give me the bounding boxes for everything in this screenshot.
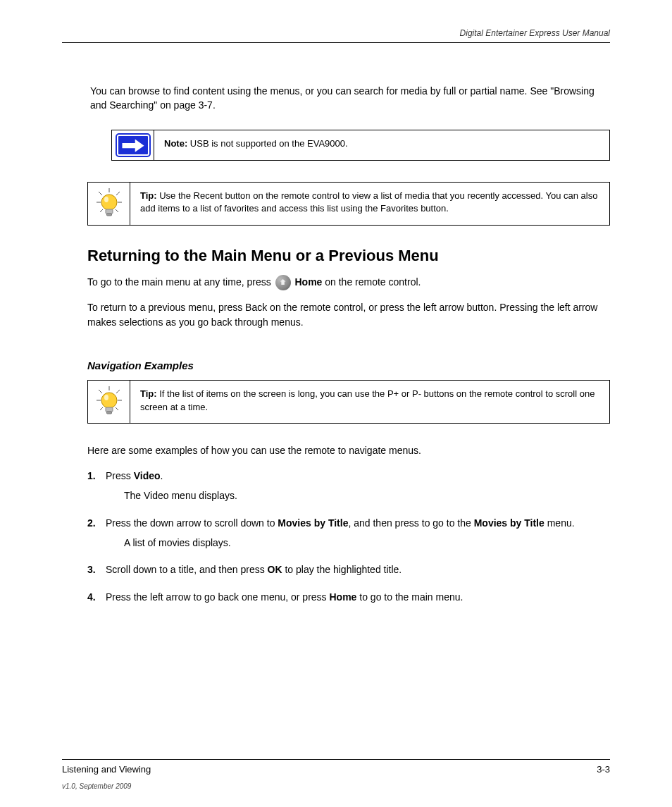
svg-rect-22 xyxy=(106,412,111,414)
note-body: Note: USB is not supported on the EVA900… xyxy=(154,130,609,160)
tip-callout-1: Tip: Use the Recent button on the remote… xyxy=(87,182,610,226)
svg-rect-21 xyxy=(106,407,113,412)
lightbulb-icon xyxy=(88,381,130,423)
intro-paragraph: You can browse to find content using the… xyxy=(90,84,610,113)
tip1-body: Tip: Use the Recent button on the remote… xyxy=(130,183,609,225)
tip1-text: Use the Recent button on the remote cont… xyxy=(140,190,597,214)
svg-line-7 xyxy=(116,209,118,212)
footer-version: v1.0, September 2009 xyxy=(62,782,131,790)
svg-line-3 xyxy=(116,192,120,195)
section-heading: Returning to the Main Menu or a Previous… xyxy=(87,247,610,265)
section-p1-a: To go to the main menu at any time, pres… xyxy=(87,276,274,288)
svg-point-9 xyxy=(104,197,108,202)
step-sub: The Video menu displays. xyxy=(124,488,237,503)
svg-line-17 xyxy=(100,407,103,410)
header-rule xyxy=(62,42,610,43)
footer-section: Listening and Viewing xyxy=(62,764,151,775)
lightbulb-icon xyxy=(88,183,130,225)
tip2-body: Tip: If the list of items on the screen … xyxy=(130,381,609,423)
step-text: Scroll down to a title, and then press O… xyxy=(106,564,402,575)
svg-line-14 xyxy=(116,390,120,393)
sub-heading: Navigation Examples xyxy=(87,359,610,371)
section-p1-b: Home xyxy=(294,276,322,288)
tip-callout-2: Tip: If the list of items on the screen … xyxy=(87,380,610,424)
step-4: 4. Press the left arrow to go back one m… xyxy=(87,589,610,605)
steps-intro: Here are some examples of how you can us… xyxy=(87,443,610,458)
svg-line-6 xyxy=(100,209,103,212)
svg-line-2 xyxy=(99,192,102,195)
svg-line-18 xyxy=(116,407,118,410)
note-text: USB is not supported on the EVA9000. xyxy=(187,138,347,149)
steps-list: 1. Press Video. The Video menu displays.… xyxy=(87,468,610,605)
footer-rule xyxy=(62,759,610,760)
page-footer: Listening and Viewing 3-3 xyxy=(62,759,610,775)
tip1-lead: Tip: xyxy=(140,190,157,201)
step-number: 2. xyxy=(87,515,106,551)
document-page: Digital Entertainer Express User Manual … xyxy=(0,0,672,807)
svg-line-13 xyxy=(99,390,102,393)
step-text: Press the down arrow to scroll down to M… xyxy=(106,517,575,529)
step-number: 1. xyxy=(87,468,106,504)
section-p1-c: on the remote control. xyxy=(325,276,421,288)
home-icon xyxy=(275,275,291,290)
section-paragraph-2: To return to a previous menu, press Back… xyxy=(87,300,610,330)
step-sub: A list of movies displays. xyxy=(124,535,575,550)
section-paragraph-1: To go to the main menu at any time, pres… xyxy=(87,275,610,290)
note-lead: Note: xyxy=(164,138,187,149)
step-number: 3. xyxy=(87,562,106,577)
svg-rect-10 xyxy=(106,209,113,214)
step-text: Press Video. xyxy=(106,470,163,481)
step-2: 2. Press the down arrow to scroll down t… xyxy=(87,515,610,551)
tip2-lead: Tip: xyxy=(140,388,157,399)
step-3: 3. Scroll down to a title, and then pres… xyxy=(87,562,610,577)
svg-point-20 xyxy=(104,395,108,400)
svg-rect-11 xyxy=(106,214,111,216)
tip2-text: If the list of items on the screen is lo… xyxy=(140,388,595,412)
footer-page-number: 3-3 xyxy=(597,764,610,775)
svg-point-8 xyxy=(101,195,117,210)
step-text: Press the left arrow to go back one menu… xyxy=(106,591,463,603)
step-1: 1. Press Video. The Video menu displays. xyxy=(87,468,610,504)
step-number: 4. xyxy=(87,589,106,605)
header-doc-title: Digital Entertainer Express User Manual xyxy=(460,28,610,38)
svg-marker-0 xyxy=(122,139,144,152)
note-callout: Note: USB is not supported on the EVA900… xyxy=(111,130,610,161)
note-arrow-icon xyxy=(112,130,154,160)
svg-point-19 xyxy=(101,393,117,408)
